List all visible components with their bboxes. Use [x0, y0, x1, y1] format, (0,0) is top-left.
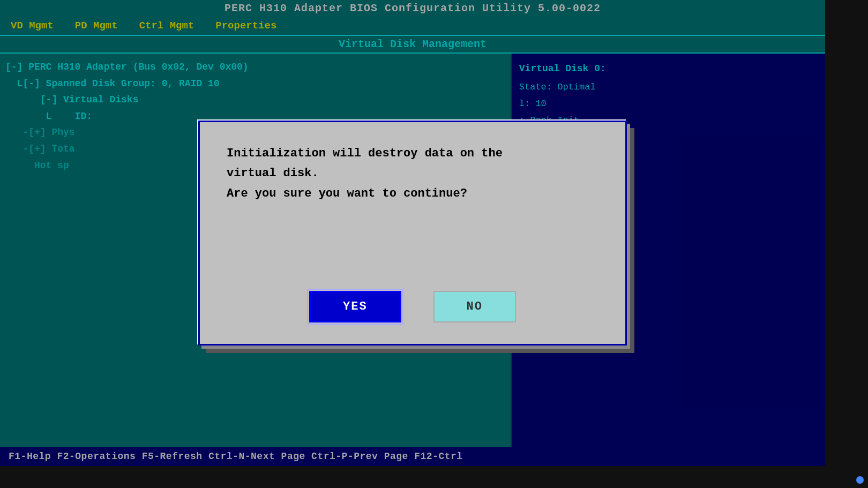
- no-button[interactable]: NO: [433, 291, 516, 322]
- dialog-line1: Initialization will destroy data on the: [227, 147, 503, 160]
- dialog-line2: virtual disk.: [227, 167, 319, 180]
- dialog-buttons: YES NO: [309, 291, 516, 322]
- dialog-line3: Are you sure you want to continue?: [227, 187, 467, 200]
- dialog-container: Initialization will destroy data on the …: [198, 121, 627, 346]
- dialog-overlay: Initialization will destroy data on the …: [0, 0, 825, 466]
- bios-screen: PERC H310 Adapter BIOS Configuration Uti…: [0, 0, 825, 466]
- monitor-bezel-right: [825, 0, 868, 488]
- monitor-power-led: [856, 476, 864, 484]
- dialog-box: Initialization will destroy data on the …: [198, 121, 627, 346]
- monitor-bezel-bottom: [0, 466, 868, 488]
- dialog-message: Initialization will destroy data on the …: [227, 144, 598, 204]
- yes-button[interactable]: YES: [309, 291, 401, 322]
